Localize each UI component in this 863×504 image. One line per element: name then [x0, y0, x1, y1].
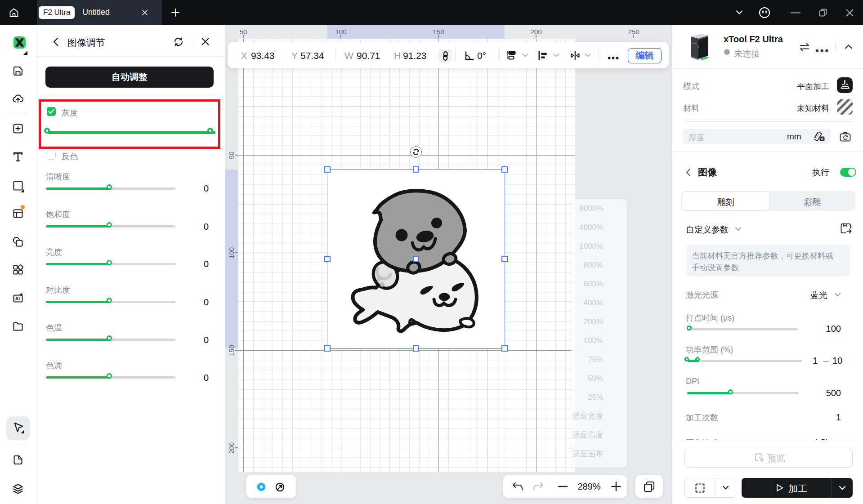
svg-text:AI: AI	[15, 296, 20, 301]
svg-text:A: A	[821, 137, 823, 141]
